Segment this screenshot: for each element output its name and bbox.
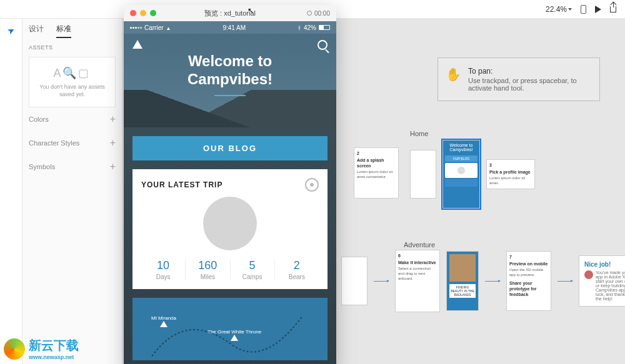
play-icon[interactable] [595,6,601,13]
tab-design[interactable]: 设计 [29,24,44,38]
record-indicator[interactable]: 00:00 [307,10,330,17]
hero: Welcome to Campvibes! [124,34,336,127]
cursor-icon: ↖ [248,6,254,15]
assets-row-charstyles[interactable]: Character Styles+ [29,131,116,155]
plus-icon[interactable]: + [110,137,116,149]
preview-titlebar[interactable]: 预览 : xd_tutorial ↖ 00:00 [124,5,336,21]
assets-panel: 设计 标准 ASSETS A🔍▢ You don't have any asse… [22,19,122,364]
avatar [584,270,593,279]
tutorial-card-3[interactable]: 3 Pick a profile image Lorem ipsum dolor… [486,159,535,189]
artboard-adventure-blank[interactable] [341,257,368,305]
our-blog-button[interactable]: OUR BLOG [132,136,328,160]
close-icon[interactable] [130,10,136,16]
tutorial-card-6[interactable]: 6 Make it interactive Select a connectio… [395,250,440,312]
watermark: 新云下载 www.newasp.net [4,337,79,360]
artboard-photo[interactable]: FINDING BEAUTY IN THE BADLANDS [446,251,479,311]
section-label-adventure: Adventure [404,241,435,248]
hero-title: Welcome to Campvibes! [124,52,336,89]
hero-underline [214,95,246,96]
hand-icon: ✋ [446,67,461,82]
campvibes-logo-icon[interactable] [132,40,142,51]
chevron-down-icon [568,8,572,11]
plus-icon[interactable]: + [110,161,116,172]
assets-placeholder-icons: A🔍▢ [34,66,110,80]
target-icon[interactable] [305,178,319,192]
trip-title: YOUR LATEST TRIP [141,180,222,189]
phone-time: 9:41 AM [222,24,246,31]
bluetooth-icon: ᚼ [298,24,301,31]
stat-days: 10Days [141,259,186,280]
share-icon[interactable] [610,6,616,12]
preview-window[interactable]: 预览 : xd_tutorial ↖ 00:00 Carrier 9:41 AM… [124,5,336,364]
section-label-home: Home [410,130,535,137]
stat-bears: 2Bears [275,259,319,280]
tab-prototype[interactable]: 标准 [56,24,71,38]
artboard-blank[interactable] [410,150,436,199]
trip-avatar-placeholder[interactable] [203,197,257,250]
assets-empty-message: You don't have any assets saved yet. [34,84,110,98]
signal-icon [130,27,142,29]
fullscreen-icon[interactable] [150,10,156,16]
trip-map[interactable]: Mt Miranda The Great White Throne [132,298,328,360]
battery-icon [319,25,330,30]
stat-camps: 5Camps [231,259,275,280]
tutorial-card-2[interactable]: 2 Add a splash screen Lorem ipsum dolor … [354,147,399,199]
assets-row-colors[interactable]: Colors+ [29,107,116,131]
record-icon [307,11,312,16]
artboard-home[interactable]: Welcome to Campvibes! OUR BLOG [442,140,480,209]
plus-icon[interactable]: + [110,114,116,125]
assets-empty-state: A🔍▢ You don't have any assets saved yet. [29,57,116,107]
tutorial-card-7[interactable]: 7 Preview on mobile Open the XD mobile a… [506,251,551,311]
phone-statusbar: Carrier 9:41 AM ᚼ 42% [124,21,336,34]
select-tool-icon[interactable]: ➤ [5,24,16,37]
nice-job-card[interactable]: Nice job! You've made your first app in … [579,255,625,307]
assets-label: ASSETS [29,44,116,51]
mobile-preview-icon[interactable] [581,5,586,14]
flow-connector [558,281,572,282]
assets-row-symbols[interactable]: Symbols+ [29,155,116,179]
map-marker-icon [160,321,168,327]
flow-connector [374,281,389,282]
watermark-logo-icon [4,338,25,360]
stat-miles: 160Miles [186,259,230,280]
minimize-icon[interactable] [140,10,146,16]
latest-trip-card: YOUR LATEST TRIP 10Days 160Miles 5Camps … [132,169,328,289]
flow-connector [485,281,500,282]
search-icon[interactable] [318,40,328,50]
zoom-dropdown[interactable]: 22.4% [546,5,572,14]
map-marker-icon [231,335,238,341]
tool-rail: ➤ [0,19,22,364]
pan-tip: ✋ To pan: Use trackpad, or press spaceba… [438,57,600,101]
wifi-icon [166,24,171,31]
